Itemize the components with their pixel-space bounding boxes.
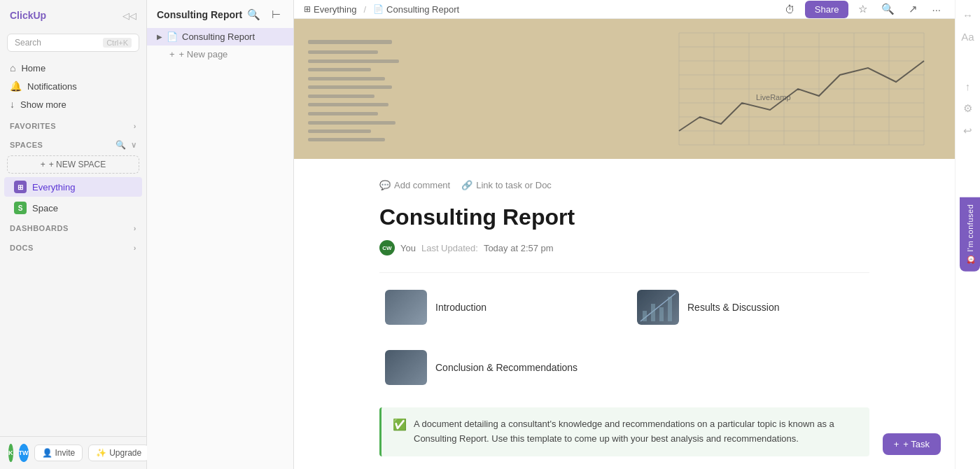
info-box-text: A document detailing a consultant's know… [414, 417, 858, 447]
typography-tool-button[interactable]: Aa [958, 27, 977, 46]
svg-rect-6 [308, 77, 385, 80]
doc-updated-time: Today at 2:57 pm [484, 243, 554, 253]
info-box: ✅ A document detailing a consultant's kn… [379, 407, 869, 456]
align-tool-button[interactable]: ↑ [962, 77, 974, 96]
middle-panel: Consulting Report 🔍 ⊢ ▶ 📄 Consulting Rep… [147, 0, 294, 469]
new-space-plus-icon: + [41, 160, 46, 169]
spaces-search-icon[interactable]: 🔍 [115, 140, 127, 150]
link-icon: 🔗 [461, 180, 472, 190]
star-button[interactable]: ☆ [854, 0, 872, 18]
subdoc-conclusion-thumb [385, 350, 427, 385]
more-options-button[interactable]: ··· [927, 1, 945, 18]
space-space-icon: S [14, 202, 27, 214]
confused-button[interactable]: ⏰ I'm confused [960, 197, 980, 272]
share-tool-button[interactable]: ↩ [960, 121, 976, 141]
sidebar-item-notifications[interactable]: 🔔 Notifications [0, 77, 146, 95]
search-shortcut: Ctrl+K [103, 38, 132, 48]
confused-widget: ⏰ I'm confused [960, 197, 980, 272]
breadcrumb-consulting-report[interactable]: 📄 Consulting Report [373, 4, 459, 15]
link-to-task-button[interactable]: 🔗 Link to task or Doc [461, 180, 552, 190]
sidebar-bottom: K TW 👤 Invite ✨ Upgrade ? [0, 436, 146, 469]
svg-rect-2 [308, 40, 392, 44]
docs-label: DOCS [10, 244, 34, 252]
share-button[interactable]: Share [805, 1, 849, 18]
sidebar-item-space[interactable]: S Space [4, 198, 142, 218]
doc-toolbar: 💬 Add comment 🔗 Link to task or Doc [379, 180, 869, 190]
bell-icon: 🔔 [10, 80, 22, 92]
sidebar-item-everything[interactable]: ⊞ Everything [4, 177, 142, 197]
task-label: + Task [903, 439, 930, 449]
avatar-tw: TW [19, 444, 29, 462]
spaces-collapse-icon[interactable]: ∨ [131, 141, 137, 150]
add-comment-button[interactable]: 💬 Add comment [379, 180, 450, 190]
new-page-button[interactable]: + + New page [147, 46, 293, 63]
docs-expand-icon: › [134, 244, 136, 252]
middle-more-button[interactable]: ⊢ [269, 7, 284, 22]
subdoc-conclusion-label: Conclusion & Recommendations [435, 362, 578, 373]
collapse-tool-button[interactable]: ↔ [959, 6, 976, 24]
subdoc-introduction-thumb [385, 290, 427, 325]
doc-author-avatar: CW [379, 240, 395, 255]
svg-rect-39 [659, 307, 664, 321]
favorites-label: FAVORITES [10, 122, 56, 130]
upgrade-label: Upgrade [109, 448, 141, 458]
avatar-k: K [8, 444, 13, 462]
svg-rect-4 [308, 59, 399, 63]
sidebar-item-home[interactable]: ⌂ Home [0, 59, 146, 77]
middle-panel-header: Consulting Report 🔍 ⊢ [147, 0, 293, 28]
logo-area: ClickUp ◁◁ [0, 0, 146, 31]
doc-title: Consulting Report [379, 204, 869, 230]
spaces-label: SPACES [10, 141, 43, 149]
add-comment-label: Add comment [394, 180, 450, 190]
doc-updated-label: Last Updated: [421, 243, 478, 253]
sidebar-item-notifications-label: Notifications [27, 81, 77, 92]
middle-search-button[interactable]: 🔍 [244, 7, 263, 22]
breadcrumb-everything[interactable]: ⊞ Everything [304, 4, 356, 15]
subdoc-results-thumb [637, 290, 679, 325]
confused-label: I'm confused [966, 204, 974, 252]
spaces-section-header: SPACES 🔍 ∨ [0, 133, 146, 153]
sidebar-nav: ⌂ Home 🔔 Notifications ↓ Show more [0, 57, 146, 115]
tree-item-consulting-report[interactable]: ▶ 📄 Consulting Report [147, 28, 293, 46]
new-space-button[interactable]: + + NEW SPACE [7, 155, 139, 174]
results-thumb-svg [637, 290, 679, 325]
everything-space-icon: ⊞ [14, 181, 27, 193]
invite-button[interactable]: 👤 Invite [34, 444, 83, 461]
dashboards-section[interactable]: DASHBOARDS › [0, 218, 146, 238]
clickup-logo: ClickUp [10, 8, 66, 22]
settings-tool-button[interactable]: ⚙ [960, 99, 976, 118]
topbar: ⊞ Everything / 📄 Consulting Report ⏱ Sha… [294, 0, 955, 19]
svg-rect-40 [668, 297, 672, 321]
task-button[interactable]: + + Task [883, 433, 941, 455]
docs-section[interactable]: DOCS › [0, 238, 146, 258]
timer-button[interactable]: ⏱ [780, 1, 799, 18]
link-to-task-label: Link to task or Doc [476, 180, 552, 190]
sidebar-item-show-more-label: Show more [20, 99, 66, 110]
subdoc-conclusion[interactable]: Conclusion & Recommendations [379, 344, 617, 391]
search-topbar-button[interactable]: 🔍 [877, 0, 899, 18]
subdoc-results[interactable]: Results & Discussion [631, 284, 869, 330]
svg-rect-5 [308, 68, 371, 71]
svg-rect-38 [651, 304, 655, 321]
tree-item-label: Consulting Report [182, 31, 255, 42]
dashboards-expand-icon: › [134, 224, 136, 232]
doc-author-label: You [400, 243, 416, 253]
breadcrumb: ⊞ Everything / 📄 Consulting Report [304, 4, 780, 15]
subdoc-results-label: Results & Discussion [687, 302, 780, 313]
sidebar-item-home-label: Home [21, 63, 46, 74]
hero-image: LiveRamp 2021 2020 2019 [294, 19, 955, 159]
upgrade-icon: ✨ [96, 448, 106, 458]
breadcrumb-separator: / [363, 4, 366, 15]
sidebar-item-show-more[interactable]: ↓ Show more [0, 95, 146, 113]
upgrade-button[interactable]: ✨ Upgrade [88, 444, 149, 461]
svg-rect-37 [643, 311, 647, 321]
favorites-expand-icon[interactable]: › [134, 122, 136, 130]
svg-rect-8 [308, 94, 374, 98]
subdocs-grid: Introduction Results & [379, 284, 869, 391]
subdoc-introduction[interactable]: Introduction [379, 284, 617, 330]
doc-area: 💬 Add comment 🔗 Link to task or Doc Cons… [309, 159, 939, 469]
sidebar-collapse-icon[interactable]: ◁◁ [122, 10, 136, 21]
export-button[interactable]: ↗ [904, 0, 922, 18]
search-bar[interactable]: Search Ctrl+K [7, 34, 139, 52]
invite-label: Invite [55, 448, 76, 458]
